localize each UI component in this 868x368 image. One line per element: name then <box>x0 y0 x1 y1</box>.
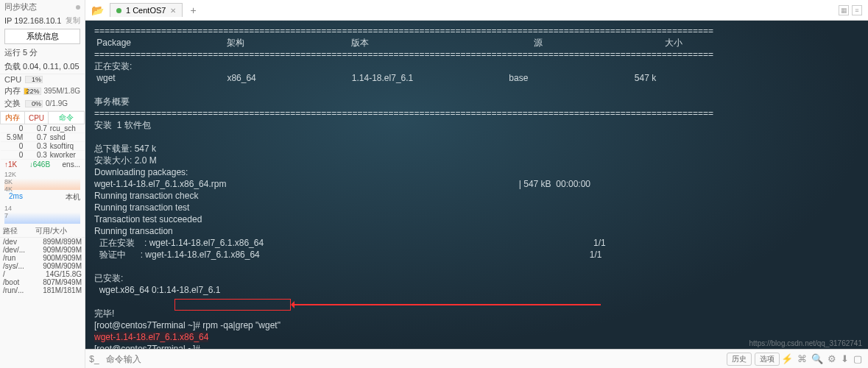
net-upload: ↑1K <box>4 160 17 169</box>
table-row: /run900M/909M <box>0 254 85 262</box>
table-row: 5.9M0.7sshd <box>1 133 85 142</box>
system-info-button[interactable]: 系统信息 <box>4 29 80 44</box>
tab-bar: 📂 1 CentOS7 ✕ + ▦ ≡ <box>85 0 868 21</box>
table-row: /boot807M/949M <box>0 278 85 286</box>
gear-icon[interactable]: ⚙ <box>828 353 836 364</box>
mem-bar: 22% <box>24 88 41 95</box>
grid-view-icon[interactable]: ▦ <box>839 5 849 15</box>
code-icon[interactable]: ⌘ <box>797 353 807 364</box>
mem-label: 内存 <box>4 85 24 96</box>
copy-button[interactable]: 复制 <box>66 15 80 26</box>
ping-host[interactable]: 本机 <box>66 192 80 202</box>
table-row: 00.7rcu_sch <box>1 124 85 133</box>
table-row: /run/...181M/181M <box>0 286 85 294</box>
tab-centos7[interactable]: 1 CentOS7 ✕ <box>110 3 183 17</box>
new-tab-button[interactable]: + <box>186 4 200 16</box>
prompt-icon: $_ <box>85 354 103 364</box>
sidebar: 同步状态 IP 192.168.10.1 复制 系统信息 运行 5 分 负载 0… <box>0 0 85 368</box>
filesystem-table: 路径可用/大小 /dev899M/899M /dev/...909M/909M … <box>0 225 85 294</box>
tab-label: 1 CentOS7 <box>126 6 166 15</box>
annotation-arrow-icon <box>292 304 601 305</box>
cpu-label: CPU <box>4 75 25 84</box>
proc-hdr-cmd[interactable]: 命令 <box>49 112 85 124</box>
table-row: /dev/...909M/909M <box>0 246 85 254</box>
fs-hdr-path[interactable]: 路径 <box>0 225 32 238</box>
command-input[interactable] <box>103 354 725 364</box>
cpu-bar: 1% <box>25 76 43 83</box>
folder-icon[interactable]: 📂 <box>91 4 104 16</box>
ping-sparkline: 147 <box>4 205 80 224</box>
main-area: 📂 1 CentOS7 ✕ + ▦ ≡ ====================… <box>85 0 868 368</box>
search-icon[interactable]: 🔍 <box>811 353 823 364</box>
list-view-icon[interactable]: ≡ <box>852 5 862 15</box>
close-icon[interactable]: ✕ <box>170 7 176 15</box>
watermark-text: https://blog.csdn.net/qq_31762741 <box>749 339 862 347</box>
net-sparkline: 12K8K4K <box>4 171 80 190</box>
table-row: 00.3ksoftirq <box>1 142 85 151</box>
proc-hdr-cpu[interactable]: CPU <box>24 112 49 124</box>
grep-result-highlight: wget-1.14-18.el7_6.1.x86_64 <box>94 332 208 342</box>
terminal-icon[interactable]: ▢ <box>853 353 862 364</box>
terminal-output[interactable]: ========================================… <box>85 21 868 349</box>
status-dot-icon <box>76 5 80 10</box>
swap-bar: 0% <box>25 100 43 107</box>
annotation-box <box>174 299 291 311</box>
status-dot-icon <box>116 8 121 13</box>
bottom-bar: $_ 历史 选项 ⚡ ⌘ 🔍 ⚙ ⬇ ▢ <box>85 349 868 368</box>
ping-value: 2ms <box>4 192 27 202</box>
bolt-icon[interactable]: ⚡ <box>781 353 793 364</box>
net-interface[interactable]: ens... <box>63 160 80 169</box>
ip-address: IP 192.168.10.1 <box>4 16 61 25</box>
table-row: /sys/...909M/909M <box>0 262 85 270</box>
fs-hdr-size[interactable]: 可用/大小 <box>32 225 85 238</box>
history-button[interactable]: 历史 <box>727 353 752 366</box>
download-icon[interactable]: ⬇ <box>841 353 849 364</box>
net-download: ↓646B <box>29 160 50 169</box>
proc-hdr-mem[interactable]: 内存 <box>1 112 25 124</box>
mem-text: 395M/1.8G <box>44 87 80 95</box>
swap-label: 交换 <box>4 98 25 109</box>
uptime-text: 运行 5 分 <box>4 47 38 58</box>
sync-status-label: 同步状态 <box>4 1 37 13</box>
table-row: /dev899M/899M <box>0 238 85 247</box>
table-row: /14G/15.8G <box>0 270 85 278</box>
swap-text: 0/1.9G <box>46 99 68 107</box>
table-row: 00.3kworker <box>1 151 85 160</box>
load-text: 负载 0.04, 0.11, 0.05 <box>4 61 80 72</box>
process-table: 内存 CPU 命令 00.7rcu_sch 5.9M0.7sshd 00.3ks… <box>0 111 85 160</box>
options-button[interactable]: 选项 <box>755 353 780 366</box>
